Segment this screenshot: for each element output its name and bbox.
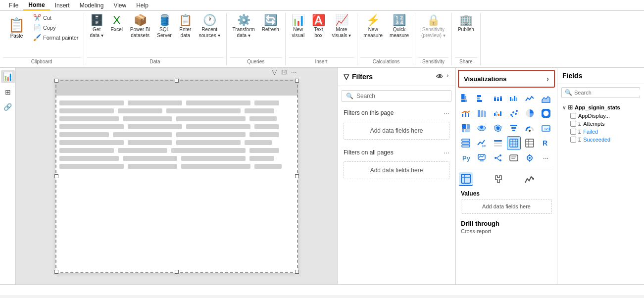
fields-item-check-failed[interactable] [570, 129, 576, 135]
svg-point-40 [480, 126, 483, 129]
copy-button[interactable]: 📄 Copy [31, 23, 81, 32]
viz-area-chart[interactable] [539, 92, 553, 105]
focus-mode-icon[interactable]: ⊡ [280, 68, 288, 77]
viz-ai-insights[interactable] [475, 151, 489, 165]
cut-button[interactable]: ✂️ Cut [31, 13, 81, 22]
more-options-icon[interactable]: ··· [290, 68, 298, 77]
viz-stacked-bar-chart[interactable] [459, 92, 473, 105]
viz-panel-header: Visualizations › [458, 70, 555, 88]
viz-multi-row-card[interactable] [459, 136, 473, 150]
text-box-button[interactable]: 🅰️ Textbox [309, 13, 328, 41]
filters-search-input[interactable] [356, 93, 447, 99]
svg-rect-15 [510, 97, 511, 101]
more-visuals-button[interactable]: 📈 Morevisuals ▾ [329, 13, 354, 41]
fields-item-failed[interactable]: Σ Failed [560, 128, 641, 136]
table-cell [128, 124, 182, 129]
viz-r-script[interactable]: R [539, 136, 553, 150]
viz-chevron-icon[interactable]: › [546, 75, 549, 83]
fields-item-attempts[interactable]: Σ Attempts [560, 120, 641, 128]
publish-button[interactable]: 🏢 Publish [455, 13, 477, 35]
recent-sources-button[interactable]: 🕐 Recentsources ▾ [196, 13, 223, 41]
values-drop-area[interactable]: Add data fields here [461, 199, 552, 214]
viz-decomp-tree[interactable] [491, 151, 505, 165]
data-view-icon[interactable]: ⊞ [3, 86, 13, 98]
fields-item-appdisplay[interactable]: AppDisplay... [560, 112, 641, 120]
fields-group-header[interactable]: ∨ ⊞ App_signin_stats [560, 103, 641, 112]
quick-measure-button[interactable]: 🔢 Quickmeasure [387, 13, 412, 41]
viz-analytics-button[interactable] [523, 172, 537, 186]
viz-slicer[interactable] [491, 136, 505, 150]
viz-smart-narrative[interactable] [507, 151, 521, 165]
fields-search-box[interactable]: 🔍 [561, 87, 640, 98]
text-box-icon: 🅰️ [312, 15, 325, 26]
filters-chevron-icon[interactable]: › [446, 72, 449, 82]
add-data-page-button[interactable]: Add data fields here [344, 122, 449, 140]
filters-search-box[interactable]: 🔍 [342, 90, 451, 102]
filter-canvas-icon[interactable]: ▽ [271, 68, 278, 77]
fields-item-check-attempts[interactable] [570, 121, 576, 127]
sql-server-button[interactable]: 🛢️ SQLServer [154, 13, 174, 41]
table-cell [59, 124, 124, 129]
viz-clustered-bar-chart[interactable] [475, 92, 489, 105]
fields-search-input[interactable] [574, 90, 643, 96]
menu-file[interactable]: File [4, 1, 23, 10]
viz-python[interactable]: Py [459, 151, 473, 165]
filters-on-all-pages-more[interactable]: ··· [444, 149, 449, 156]
viz-gauge[interactable] [523, 121, 537, 135]
sensitivity-button[interactable]: 🔒 Sensitivity(preview) ▾ [418, 13, 448, 41]
svg-rect-36 [467, 124, 470, 129]
viz-map[interactable] [475, 121, 489, 135]
viz-table[interactable] [507, 136, 521, 150]
model-view-icon[interactable]: 🔗 [1, 101, 14, 113]
fields-item-check-appdisplay[interactable] [570, 113, 576, 119]
viz-stacked-column-chart[interactable] [491, 92, 505, 105]
viz-waterfall-chart[interactable] [491, 106, 505, 120]
canvas[interactable]: ▽ ⊡ ··· [55, 80, 298, 273]
viz-treemap[interactable] [459, 121, 473, 135]
filters-eye-icon[interactable]: 👁 [435, 72, 444, 82]
viz-donut-chart[interactable] [539, 106, 553, 120]
viz-line-chart[interactable] [523, 92, 537, 105]
new-measure-button[interactable]: ⚡ Newmeasure [360, 13, 386, 41]
viz-scatter-chart[interactable] [507, 106, 521, 120]
viz-more-icon[interactable]: ··· [539, 151, 553, 165]
svg-rect-8 [477, 100, 482, 102]
fields-item-succeeded[interactable]: Σ Succeeded [560, 136, 641, 144]
left-sidebar: 📊 ⊞ 🔗 [0, 68, 16, 284]
paste-button[interactable]: 📋 Paste [5, 15, 28, 41]
get-data-button[interactable]: 🗄️ Getdata ▾ [87, 13, 106, 41]
ribbon: 📋 Paste ✂️ Cut 📄 Copy 🖌️ Format painter [0, 11, 644, 68]
queries-items: ⚙️ Transformdata ▾ 🔄 Refresh [230, 13, 282, 56]
viz-funnel-chart[interactable] [507, 121, 521, 135]
menu-bar: File Home Insert Modeling View Help [0, 0, 644, 11]
fields-item-check-succeeded[interactable] [570, 137, 576, 143]
viz-line-clustered-chart[interactable] [459, 106, 473, 120]
add-data-all-pages-button[interactable]: Add data fields here [344, 161, 449, 179]
excel-button[interactable]: X Excel [107, 13, 126, 35]
viz-card[interactable]: 123 [539, 121, 553, 135]
filters-on-page-more[interactable]: ··· [444, 109, 449, 117]
viz-fields-button[interactable] [459, 172, 473, 186]
new-visual-button[interactable]: 📊 Newvisual [289, 13, 308, 41]
svg-rect-49 [462, 145, 470, 147]
menu-help[interactable]: Help [131, 1, 153, 10]
table-cell [176, 116, 246, 121]
refresh-button[interactable]: 🔄 Refresh [259, 13, 282, 35]
transform-data-button[interactable]: ⚙️ Transformdata ▾ [230, 13, 258, 41]
viz-ribbon-chart[interactable] [475, 106, 489, 120]
viz-filled-map[interactable] [491, 121, 505, 135]
menu-home[interactable]: Home [23, 0, 50, 10]
viz-format-button[interactable] [491, 172, 505, 186]
power-bi-datasets-button[interactable]: 📦 Power BIdatasets [127, 13, 153, 41]
menu-insert[interactable]: Insert [50, 1, 75, 10]
viz-key-influencers[interactable] [523, 151, 537, 165]
viz-pie-chart[interactable] [523, 106, 537, 120]
viz-clustered-column-chart[interactable] [507, 92, 521, 105]
viz-kpi[interactable]: KPI [475, 136, 489, 150]
report-view-icon[interactable]: 📊 [1, 70, 15, 83]
menu-view[interactable]: View [108, 1, 131, 10]
format-painter-button[interactable]: 🖌️ Format painter [31, 33, 81, 42]
viz-matrix[interactable] [523, 136, 537, 150]
enter-data-button[interactable]: 📋 Enterdata [176, 13, 195, 41]
menu-modeling[interactable]: Modeling [75, 1, 109, 10]
